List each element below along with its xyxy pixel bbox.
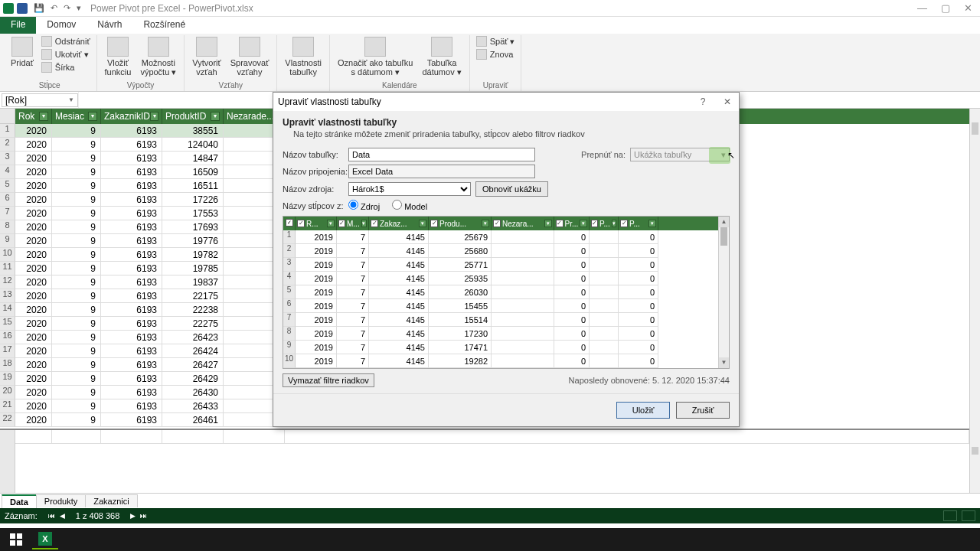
col-header-rok[interactable]: Rok▾ xyxy=(15,109,52,124)
undo-icon xyxy=(476,36,487,47)
ribbon-vytvorit-vztah-button[interactable]: Vytvoriť vzťah xyxy=(189,35,224,78)
ribbon-tabs: File Domov Návrh Rozšírené xyxy=(0,17,980,34)
tab-domov[interactable]: Domov xyxy=(36,17,87,34)
filter-dropdown-icon[interactable]: ▾ xyxy=(39,112,48,121)
ribbon-tabulka-datumov-button[interactable]: Tabuľka dátumov ▾ xyxy=(419,35,464,78)
col-header-produkt[interactable]: ProduktID▾ xyxy=(162,109,224,124)
dialog-heading: Upraviť vlastnosti tabuľky xyxy=(283,117,730,128)
ribbon-group-vztahy: Vzťahy xyxy=(219,80,243,91)
label-conn-name: Názov pripojenia: xyxy=(283,167,348,176)
ribbon-vlozit-funkciu-button[interactable]: Vložiť funkciu xyxy=(102,35,135,78)
preview-row[interactable]: 42019741452593500 xyxy=(283,272,718,285)
ribbon-spat-button[interactable]: Späť ▾ xyxy=(475,35,517,47)
tab-rozsirene[interactable]: Rozšírené xyxy=(132,17,196,34)
preview-col-header[interactable]: ✓Pr...▾ xyxy=(554,217,590,230)
label-source-name: Názov zdroja: xyxy=(283,184,348,194)
preview-grid: ✓✓R...▾✓M...▾✓Zakaz...▾✓Produ...▾✓Nezara… xyxy=(283,216,730,369)
ribbon: Pridať Odstrániť Ukotviť ▾ Šírka Stĺpce … xyxy=(0,34,980,92)
select-prepnut-na[interactable]: Ukážka tabuľky▾ ↖ xyxy=(630,148,730,161)
ribbon-ukotvit-button[interactable]: Ukotviť ▾ xyxy=(40,48,92,60)
app-icon-excel xyxy=(17,3,28,14)
excel-icon: X xyxy=(38,532,52,546)
windows-icon xyxy=(10,533,22,546)
dialog-subheading: Na tejto stránke môžete zmeniť priradeni… xyxy=(293,129,730,139)
view-grid-icon[interactable] xyxy=(943,510,957,521)
radio-zdroj[interactable]: Zdroj xyxy=(348,200,380,211)
vertical-scrollbar[interactable] xyxy=(969,109,980,493)
clear-row-filters-button[interactable]: Vymazať filtre riadkov xyxy=(283,373,374,387)
cursor-icon: ↖ xyxy=(727,150,735,161)
preview-row[interactable]: 72019741451551400 xyxy=(283,313,718,327)
ribbon-znova-button[interactable]: Znova xyxy=(475,48,517,60)
save-button[interactable]: Uložiť xyxy=(616,402,670,419)
tab-navrh[interactable]: Návrh xyxy=(87,17,132,34)
preview-col-header[interactable]: ✓P...▾ xyxy=(590,217,619,230)
ribbon-spravovat-vztahy-button[interactable]: Spravovať vzťahy xyxy=(227,35,273,78)
record-nav-fwd[interactable]: ▶⏭ xyxy=(130,512,147,520)
preview-row[interactable]: 102019741451928200 xyxy=(283,354,718,368)
ribbon-group-vypocty: Výpočty xyxy=(127,80,155,91)
preview-col-header[interactable]: ✓M...▾ xyxy=(337,217,369,230)
chevron-down-icon[interactable]: ▼ xyxy=(68,96,74,103)
app-icon-powerpivot xyxy=(3,3,14,14)
ribbon-pridat-button[interactable]: Pridať xyxy=(8,35,37,69)
window-maximize-icon[interactable]: ▢ xyxy=(941,2,950,14)
preview-col-header[interactable]: ✓P...▾ xyxy=(619,217,658,230)
input-table-name[interactable] xyxy=(348,148,535,161)
qat-dropdown-icon[interactable]: ▾ xyxy=(77,3,81,13)
cancel-button[interactable]: Zrušiť xyxy=(676,402,730,419)
window-close-icon[interactable]: ✕ xyxy=(964,2,972,14)
date-table-icon xyxy=(431,37,452,57)
qat-save-icon[interactable]: 💾 xyxy=(34,3,44,13)
preview-row[interactable]: 22019741452568000 xyxy=(283,244,718,258)
scroll-up-icon[interactable]: ▲ xyxy=(719,217,729,227)
date-mark-icon xyxy=(364,37,386,57)
qat-undo-icon[interactable]: ↶ xyxy=(51,3,57,13)
preview-col-header[interactable]: ✓Zakaz...▾ xyxy=(369,217,429,230)
ribbon-sirka-button[interactable]: Šírka xyxy=(40,61,92,73)
scroll-down-icon[interactable]: ▼ xyxy=(719,357,729,368)
preview-row[interactable]: 92019741451747100 xyxy=(283,341,718,354)
dialog-help-icon[interactable]: ? xyxy=(696,96,710,107)
sheet-tab-produkty[interactable]: Produkty xyxy=(36,494,86,507)
tab-file[interactable]: File xyxy=(0,17,36,34)
svg-rect-3 xyxy=(17,540,22,546)
col-header-mesiac[interactable]: Mesiac▾ xyxy=(52,109,101,124)
radio-model[interactable]: Model xyxy=(392,200,427,211)
preview-row[interactable]: 32019741452577100 xyxy=(283,258,718,272)
refresh-preview-button[interactable]: Obnoviť ukážku xyxy=(475,181,548,197)
calc-icon xyxy=(148,37,169,57)
preview-row[interactable]: 82019741451723000 xyxy=(283,327,718,341)
preview-col-header[interactable]: ✓R...▾ xyxy=(296,217,337,230)
start-button[interactable] xyxy=(3,530,29,549)
ribbon-oznacit-datum-button[interactable]: Označiť ako tabuľku s dátumom ▾ xyxy=(335,35,416,78)
ribbon-vlastnosti-tabulky-button[interactable]: Vlastnosti tabuľky xyxy=(282,35,325,78)
record-nav[interactable]: ⏮◀ xyxy=(48,512,65,520)
select-source-name[interactable]: Hárok1$ xyxy=(348,182,471,196)
qat-redo-icon[interactable]: ↷ xyxy=(64,3,70,13)
filter-dropdown-icon[interactable]: ▾ xyxy=(211,112,220,121)
preview-row[interactable]: 52019741452603000 xyxy=(283,285,718,299)
taskbar-excel[interactable]: X xyxy=(32,530,58,549)
col-header-zakaznik[interactable]: ZakaznikID▾ xyxy=(101,109,162,124)
sheet-tab-data[interactable]: Data xyxy=(2,494,37,508)
add-column-icon xyxy=(11,37,33,57)
name-box[interactable]: [Rok]▼ xyxy=(2,93,78,107)
filter-dropdown-icon[interactable]: ▾ xyxy=(88,112,97,121)
create-relation-icon xyxy=(196,37,217,57)
window-minimize-icon[interactable]: — xyxy=(917,2,927,14)
view-diagram-icon[interactable] xyxy=(962,510,975,521)
preview-row[interactable]: 62019741451545500 xyxy=(283,299,718,313)
preview-col-header[interactable]: ✓Produ...▾ xyxy=(429,217,492,230)
preview-col-header[interactable]: ✓Nezara...▾ xyxy=(492,217,554,230)
preview-scrollbar[interactable]: ▲ ▼ xyxy=(718,217,729,368)
preview-row[interactable]: 12019741452567900 xyxy=(283,230,718,244)
svg-rect-2 xyxy=(10,540,15,546)
ribbon-odstranit-button[interactable]: Odstrániť xyxy=(40,35,92,47)
sheet-tab-zakaznici[interactable]: Zakaznici xyxy=(85,494,137,507)
fx-icon xyxy=(107,37,129,57)
filter-dropdown-icon[interactable]: ▾ xyxy=(150,112,158,121)
ribbon-moznosti-vypoctu-button[interactable]: Možnosti výpočtu ▾ xyxy=(137,35,179,78)
dialog-close-icon[interactable]: ✕ xyxy=(720,96,734,107)
width-icon xyxy=(41,62,52,73)
